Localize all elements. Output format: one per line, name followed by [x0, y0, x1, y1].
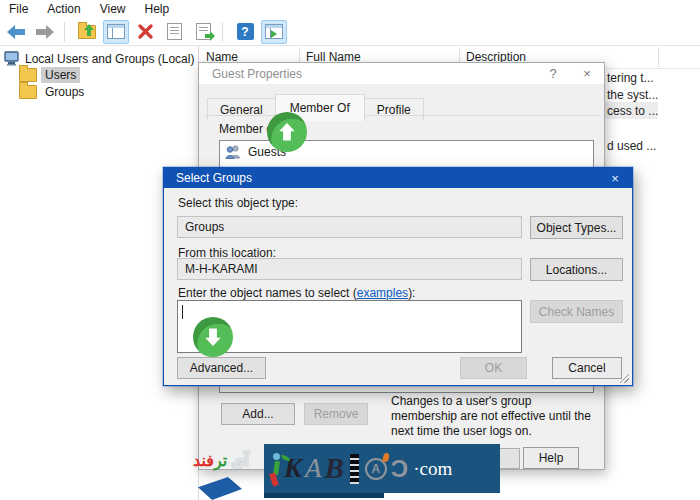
dialog-title: Select Groups [176, 171, 252, 185]
tab-divider [205, 115, 600, 116]
ok-button: OK [460, 357, 527, 379]
object-type-label: Select this object type: [178, 196, 298, 210]
show-console-tree-icon[interactable] [103, 20, 129, 44]
resize-grip[interactable] [620, 374, 629, 383]
watermark-banner: K A B A Ɔ ·com [264, 444, 500, 493]
group-icon [225, 145, 241, 159]
watermark-persian-text: آی ترفند [193, 451, 265, 477]
object-type-field[interactable]: Groups [177, 216, 522, 238]
watermark-circle-a-glyph: A [365, 458, 387, 480]
watermark-logo-glyphs: Ɔ [391, 455, 408, 483]
column-separator[interactable] [658, 47, 659, 67]
help-icon[interactable]: ? [232, 20, 258, 44]
examples-link[interactable]: examples [357, 286, 408, 300]
tab-general[interactable]: General [207, 98, 276, 121]
tree-item-users[interactable]: Users [19, 66, 80, 83]
dialog-title: Guest Properties [212, 67, 302, 81]
remove-button: Remove [304, 403, 368, 425]
watermark-person-glyph [270, 452, 282, 486]
close-icon[interactable]: × [598, 168, 632, 188]
tree-item-groups[interactable]: Groups [19, 83, 88, 100]
watermark-logo-glyphs: B [325, 452, 344, 485]
locations-button[interactable]: Locations... [530, 258, 623, 281]
delete-icon[interactable] [132, 20, 158, 44]
list-row-fragment[interactable]: the syst... [607, 88, 658, 102]
toolbar-separator [222, 22, 223, 42]
menu-view[interactable]: View [91, 0, 136, 18]
folder-icon [19, 68, 37, 82]
close-icon[interactable]: × [572, 63, 602, 84]
watermark-ladder-glyph [350, 454, 359, 484]
from-location-field[interactable]: M-H-KARAMI [177, 258, 522, 280]
folder-icon [19, 85, 37, 99]
check-names-button: Check Names [530, 300, 623, 323]
watermark-banner-fold [264, 493, 384, 498]
watermark-logo-glyphs: A [305, 453, 322, 484]
object-types-button[interactable]: Object Types... [530, 216, 623, 239]
help-button[interactable]: Help [523, 447, 579, 469]
menu-help[interactable]: Help [136, 0, 180, 18]
up-one-level-folder-icon[interactable] [74, 20, 100, 44]
tree-root[interactable]: Local Users and Groups (Local) [4, 50, 198, 67]
tree-root-label: Local Users and Groups (Local) [21, 51, 198, 67]
tab-strip: General Member Of Profile [207, 94, 423, 121]
menu-file[interactable]: File [0, 0, 38, 18]
text-caret [182, 305, 183, 319]
advanced-button[interactable]: Advanced... [177, 357, 266, 379]
cancel-button[interactable]: Cancel [552, 357, 622, 379]
toolbar: ? [0, 18, 700, 46]
show-window-icon[interactable] [261, 20, 287, 44]
membership-note: Changes to a user's group membership are… [391, 394, 591, 439]
lusrmgr-console-window: File Action View Help [0, 0, 700, 500]
forward-icon[interactable] [32, 20, 58, 44]
menu-action[interactable]: Action [38, 0, 90, 18]
export-list-icon[interactable] [190, 20, 216, 44]
properties-icon[interactable] [161, 20, 187, 44]
back-icon[interactable] [3, 20, 29, 44]
list-row-fragment[interactable]: tering t... [607, 71, 654, 85]
tab-profile[interactable]: Profile [364, 98, 424, 121]
dialog-help-button[interactable]: ? [538, 63, 568, 84]
annotation-down-arrow-icon [193, 317, 233, 357]
add-button[interactable]: Add... [221, 403, 295, 425]
tree-item-users-label: Users [41, 67, 80, 83]
toolbar-separator [64, 22, 65, 42]
enter-names-label: Enter the object names to select (exampl… [178, 286, 415, 300]
watermark-logo-glyphs: K [284, 453, 302, 484]
list-row-fragment[interactable]: cess to ... [607, 104, 658, 118]
list-row-fragment[interactable]: d used ... [607, 139, 656, 153]
annotation-up-arrow-icon [267, 112, 307, 152]
select-groups-dialog: Select Groups × Select this object type:… [163, 167, 633, 386]
watermark-site-suffix: ·com [413, 458, 452, 480]
menu-bar: File Action View Help [0, 0, 700, 18]
select-groups-titlebar[interactable]: Select Groups [164, 168, 632, 188]
tree-item-groups-label: Groups [41, 84, 88, 100]
